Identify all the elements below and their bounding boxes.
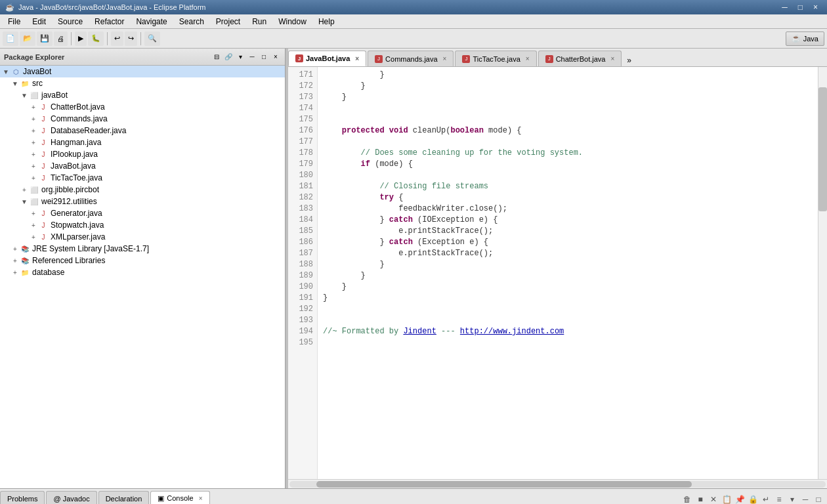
scrollbar-thumb[interactable]	[818, 87, 827, 211]
close-button[interactable]: ×	[809, 3, 822, 12]
tree-item-javabot-java[interactable]: + J JavaBot.java	[0, 160, 285, 172]
tab-close-console[interactable]: ×	[199, 495, 203, 502]
minimize-button[interactable]: ─	[778, 3, 792, 12]
tab-problems[interactable]: Problems	[0, 491, 45, 504]
tree-toggle-javabot-pkg[interactable]: ▼	[20, 92, 29, 99]
tab-close-chatterbot[interactable]: ×	[610, 55, 614, 62]
tab-overflow-button[interactable]: »	[623, 54, 635, 66]
console-clear-button[interactable]: 🗑	[681, 494, 693, 504]
menu-file[interactable]: File	[3, 16, 26, 28]
undo-button[interactable]: ↩	[111, 32, 123, 46]
pkg-view-menu-button[interactable]: ▾	[235, 52, 245, 62]
console-remove-button[interactable]: ✕	[708, 494, 719, 504]
tree-toggle-xmlparser[interactable]: +	[29, 234, 38, 241]
tree-toggle-pircbot[interactable]: +	[20, 186, 29, 194]
tree-item-stopwatch[interactable]: + J Stopwatch.java	[0, 219, 285, 231]
tree-item-javabot-pkg[interactable]: ▼ ⬜ javaBot	[0, 89, 285, 101]
package-explorer-tree[interactable]: ▼ ⬡ JavaBot ▼ 📁 src ▼ ⬜ javaBot + J Chat…	[0, 66, 285, 488]
console-scroll-lock-button[interactable]: 🔒	[747, 494, 759, 504]
tree-item-dbreader[interactable]: + J DatabaseReader.java	[0, 125, 285, 136]
menu-project[interactable]: Project	[211, 16, 245, 28]
pkg-close-button[interactable]: ×	[270, 52, 281, 62]
pkg-link-with-editor-button[interactable]: 🔗	[223, 52, 234, 62]
tab-close-commands[interactable]: ×	[443, 55, 447, 62]
code-content[interactable]: } } } protected void cleanUp(boolean mod…	[318, 67, 818, 479]
tree-toggle-utilities[interactable]: ▼	[20, 198, 29, 205]
tree-toggle-database[interactable]: +	[11, 269, 20, 276]
tree-item-utilities[interactable]: ▼ ⬜ wei2912.utilities	[0, 196, 285, 207]
tree-toggle-commands[interactable]: +	[29, 116, 38, 123]
tab-javadoc[interactable]: @ Javadoc	[46, 491, 96, 504]
tree-toggle-tictactoe[interactable]: +	[29, 175, 38, 182]
code-editor[interactable]: 171 172 173 174 175 176 177 178 179 180 …	[288, 67, 827, 479]
tree-toggle-jre[interactable]: +	[11, 245, 20, 253]
menu-search[interactable]: Search	[174, 16, 209, 28]
tree-toggle-chatterbot[interactable]: +	[29, 104, 38, 111]
tree-item-generator[interactable]: + J Generator.java	[0, 207, 285, 219]
tab-close-tictactoe[interactable]: ×	[526, 55, 530, 62]
tree-toggle-stopwatch[interactable]: +	[29, 222, 38, 229]
run-button[interactable]: ▶	[75, 32, 87, 46]
tree-item-jre[interactable]: + 📚 JRE System Library [JavaSE-1.7]	[0, 243, 285, 255]
tab-commands[interactable]: J Commands.java ×	[368, 51, 454, 66]
tree-item-src[interactable]: ▼ 📁 src	[0, 77, 285, 89]
bottom-maximize-button[interactable]: □	[813, 494, 824, 504]
print-button[interactable]: 🖨	[54, 32, 68, 46]
menu-refactor[interactable]: Refactor	[89, 16, 129, 28]
console-open-console-button[interactable]: 📋	[721, 494, 732, 504]
java-perspective-button[interactable]: ☕ Java	[786, 32, 824, 46]
pkg-maximize-button[interactable]: □	[259, 52, 269, 62]
pkg-minimize-button[interactable]: ─	[247, 52, 257, 62]
menu-run[interactable]: Run	[247, 16, 272, 28]
tab-chatterbot[interactable]: J ChatterBot.java ×	[538, 51, 622, 66]
h-scroll-track[interactable]	[289, 481, 826, 488]
title-bar-controls[interactable]: ─ □ ×	[778, 3, 822, 12]
tree-item-chatterbot[interactable]: + J ChatterBot.java	[0, 101, 285, 113]
tree-item-tictactoe[interactable]: + J TicTacToe.java	[0, 172, 285, 184]
jindent-url[interactable]: http://www.jindent.com	[460, 327, 564, 336]
tree-item-ref-libs[interactable]: + 📚 Referenced Libraries	[0, 255, 285, 266]
tree-item-pircbot[interactable]: + ⬜ org.jibble.pircbot	[0, 184, 285, 196]
tab-console[interactable]: ▣ Console ×	[150, 491, 209, 504]
console-show-all-button[interactable]: ≡	[773, 494, 785, 504]
console-view-menu-button[interactable]: ▾	[786, 494, 798, 504]
tree-item-xmlparser[interactable]: + J XMLparser.java	[0, 231, 285, 243]
h-scroll-thumb[interactable]	[316, 481, 692, 488]
open-button[interactable]: 📂	[20, 32, 35, 46]
tree-toggle-javabot[interactable]: ▼	[1, 68, 11, 75]
menu-window[interactable]: Window	[273, 16, 312, 28]
bottom-minimize-button[interactable]: ─	[799, 494, 811, 504]
search-button[interactable]: 🔍	[144, 32, 160, 46]
tree-item-iplookup[interactable]: + J IPlookup.java	[0, 148, 285, 160]
tab-close-javabot[interactable]: ×	[355, 55, 359, 62]
debug-button[interactable]: 🐛	[88, 32, 104, 46]
tree-toggle-javabot-java[interactable]: +	[29, 163, 38, 170]
maximize-button[interactable]: □	[794, 3, 807, 12]
menu-navigate[interactable]: Navigate	[131, 16, 172, 28]
jindent-link[interactable]: Jindent	[403, 327, 436, 336]
tree-item-commands[interactable]: + J Commands.java	[0, 113, 285, 125]
tree-toggle-src[interactable]: ▼	[11, 80, 20, 87]
tab-tictactoe[interactable]: J TicTacToe.java ×	[455, 51, 536, 66]
tree-item-hangman[interactable]: + J Hangman.java	[0, 136, 285, 148]
menu-source[interactable]: Source	[53, 16, 88, 28]
tree-item-database[interactable]: + 📁 database	[0, 266, 285, 278]
menu-edit[interactable]: Edit	[27, 16, 51, 28]
tree-toggle-hangman[interactable]: +	[29, 139, 38, 146]
tree-toggle-generator[interactable]: +	[29, 210, 38, 217]
menu-help[interactable]: Help	[313, 16, 340, 28]
redo-button[interactable]: ↪	[125, 32, 137, 46]
save-button[interactable]: 💾	[37, 32, 53, 46]
console-word-wrap-button[interactable]: ↵	[760, 494, 772, 504]
horizontal-scrollbar[interactable]	[288, 479, 827, 488]
tree-item-javabot-root[interactable]: ▼ ⬡ JavaBot	[0, 66, 285, 77]
pkg-collapse-all-button[interactable]: ⊟	[211, 52, 222, 62]
tab-declaration[interactable]: Declaration	[98, 491, 150, 504]
vertical-scrollbar[interactable]	[818, 67, 827, 479]
new-button[interactable]: 📄	[3, 32, 18, 46]
tree-toggle-ref-libs[interactable]: +	[11, 257, 20, 264]
console-terminate-button[interactable]: ■	[694, 494, 706, 504]
console-pin-button[interactable]: 📌	[734, 494, 746, 504]
tree-toggle-dbreader[interactable]: +	[29, 127, 38, 135]
tab-javabot[interactable]: J JavaBot.java ×	[288, 51, 366, 66]
